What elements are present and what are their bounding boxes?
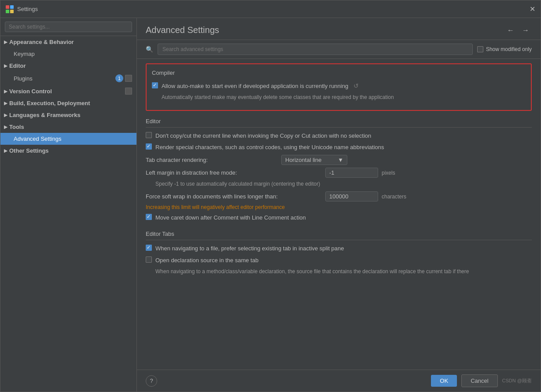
svg-rect-3 (10, 10, 14, 13)
compiler-section-header: Compiler (152, 70, 526, 79)
arrow-icon: ▶ (4, 125, 7, 129)
no-copy-cut-row: Don't copy/cut the current line when inv… (146, 132, 532, 140)
close-button[interactable]: ✕ (530, 6, 535, 13)
branding-text: CSDN @顾斋 (502, 377, 532, 384)
sidebar-item-build[interactable]: ▶ Build, Execution, Deployment (0, 97, 136, 109)
render-special-row: Render special characters, such as contr… (146, 143, 532, 151)
sidebar-item-plugins[interactable]: Plugins 1 (0, 72, 136, 85)
tab-rendering-value: Horizontal line (285, 157, 321, 163)
tab-rendering-row: Tab character rendering: Horizontal line… (146, 155, 532, 165)
show-modified-checkbox[interactable] (477, 46, 483, 52)
sidebar-item-label: Keymap (14, 51, 35, 57)
left-margin-row: Left margin in distraction free mode: pi… (146, 168, 532, 178)
search-bar: 🔍 Show modified only (137, 40, 541, 59)
left-margin-input[interactable] (325, 168, 378, 178)
arrow-icon: ▶ (4, 148, 7, 153)
open-declaration-row: Open declaration source in the same tab (146, 256, 532, 264)
prefer-existing-tab-row: When navigating to a file, prefer select… (146, 245, 532, 253)
render-special-checkbox[interactable] (146, 143, 152, 150)
sidebar-item-editor[interactable]: ▶ Editor (0, 60, 136, 72)
force-wrap-unit: characters (382, 194, 406, 200)
app-icon (6, 5, 14, 13)
sidebar-item-appearance[interactable]: ▶ Appearance & Behavior (0, 36, 136, 48)
sidebar-item-label: Plugins (14, 75, 33, 82)
prefer-existing-tab-label: When navigating to a file, prefer select… (155, 245, 344, 253)
tab-rendering-dropdown[interactable]: Horizontal line ▼ (281, 155, 347, 165)
help-button[interactable]: ? (146, 375, 157, 387)
svg-rect-0 (6, 5, 9, 9)
plugins-icon-box (125, 75, 132, 82)
sidebar-item-label: Build, Execution, Deployment (9, 100, 90, 106)
show-modified-container: Show modified only (477, 46, 532, 52)
compiler-section: Compiler Allow auto-make to start even i… (146, 63, 532, 111)
move-caret-checkbox[interactable] (146, 214, 152, 220)
advanced-search-input[interactable] (158, 44, 473, 55)
force-wrap-row: Force soft wrap in documents with lines … (146, 191, 532, 201)
sidebar-search-input[interactable] (5, 22, 132, 32)
arrow-icon: ▶ (4, 113, 7, 117)
sidebar-item-label: Languages & Frameworks (9, 112, 81, 118)
left-margin-label: Left margin in distraction free mode: (146, 169, 322, 177)
auto-make-label: Allow auto-make to start even if develop… (162, 82, 348, 90)
sidebar-item-advanced-settings[interactable]: Advanced Settings (0, 133, 136, 145)
force-wrap-input[interactable] (325, 191, 378, 201)
nav-forward-button[interactable]: → (519, 26, 532, 35)
render-special-label: Render special characters, such as contr… (155, 143, 384, 151)
bottom-bar: ? OK Cancel CSDN @顾斋 (137, 370, 541, 392)
sidebar-item-label: Version Control (9, 88, 52, 95)
ok-button[interactable]: OK (431, 375, 457, 387)
show-modified-label: Show modified only (486, 46, 532, 52)
prefer-existing-tab-checkbox[interactable] (146, 245, 152, 251)
sidebar-item-languages[interactable]: ▶ Languages & Frameworks (0, 109, 136, 121)
editor-section: Editor Don't copy/cut the current line w… (146, 118, 532, 222)
arrow-icon: ▶ (4, 40, 7, 44)
wrap-warning: Increasing this limit will negatively af… (146, 204, 532, 210)
move-caret-row: Move caret down after Comment with Line … (146, 214, 532, 222)
nav-back-button[interactable]: ← (504, 26, 517, 35)
title-bar: Settings ✕ (0, 0, 541, 18)
sidebar-item-label: Other Settings (9, 147, 49, 154)
auto-make-checkbox[interactable] (152, 82, 158, 88)
sidebar-item-keymap[interactable]: Keymap (0, 48, 136, 60)
move-caret-label: Move caret down after Comment with Line … (155, 214, 306, 222)
panel-content: Compiler Allow auto-make to start even i… (137, 59, 541, 370)
main-content: ▶ Appearance & Behavior Keymap ▶ Editor … (0, 18, 541, 392)
force-wrap-label: Force soft wrap in documents with lines … (146, 193, 322, 201)
open-declaration-note: When navigating to a method/class/variab… (155, 268, 532, 275)
sidebar-item-label: Editor (9, 62, 26, 69)
tab-rendering-label: Tab character rendering: (146, 156, 278, 164)
editor-tabs-header: Editor Tabs (146, 231, 532, 240)
arrow-icon: ▶ (4, 89, 7, 94)
no-copy-cut-checkbox[interactable] (146, 132, 152, 138)
sidebar-item-label: Appearance & Behavior (9, 39, 74, 45)
editor-tabs-section: Editor Tabs When navigating to a file, p… (146, 231, 532, 275)
reset-icon[interactable]: ↺ (353, 82, 359, 89)
sidebar-search-container (0, 18, 136, 36)
sidebar-item-version-control[interactable]: ▶ Version Control (0, 85, 136, 97)
cancel-button[interactable]: Cancel (461, 374, 497, 387)
dropdown-arrow-icon: ▼ (338, 157, 343, 163)
sidebar-item-tools[interactable]: ▶ Tools (0, 121, 136, 133)
open-declaration-label: Open declaration source in the same tab (155, 256, 258, 264)
sidebar-item-label: Advanced Settings (14, 136, 61, 142)
no-copy-cut-label: Don't copy/cut the current line when inv… (155, 132, 371, 140)
sidebar-item-other-settings[interactable]: ▶ Other Settings (0, 145, 136, 157)
open-declaration-checkbox[interactable] (146, 256, 152, 263)
panel-header: Advanced Settings ← → (137, 18, 541, 40)
svg-rect-1 (10, 5, 14, 9)
svg-rect-2 (6, 10, 9, 13)
plugins-badge: 1 (115, 74, 123, 82)
auto-make-description: Automatically started make may eventuall… (162, 94, 526, 101)
settings-window: Settings ✕ ▶ Appearance & Behavior Keyma… (0, 0, 541, 392)
left-margin-unit: pixels (382, 170, 395, 176)
right-panel: Advanced Settings ← → 🔍 Show modified on… (137, 18, 541, 392)
auto-make-row: Allow auto-make to start even if develop… (152, 82, 526, 90)
window-title: Settings (17, 6, 38, 12)
nav-buttons: ← → (504, 26, 532, 35)
sidebar-item-label: Tools (9, 124, 24, 130)
margin-note: Specify -1 to use automatically calculat… (155, 180, 532, 188)
panel-title: Advanced Settings (146, 25, 504, 35)
editor-section-header: Editor (146, 118, 532, 128)
arrow-icon: ▶ (4, 101, 7, 106)
arrow-icon: ▶ (4, 63, 7, 68)
